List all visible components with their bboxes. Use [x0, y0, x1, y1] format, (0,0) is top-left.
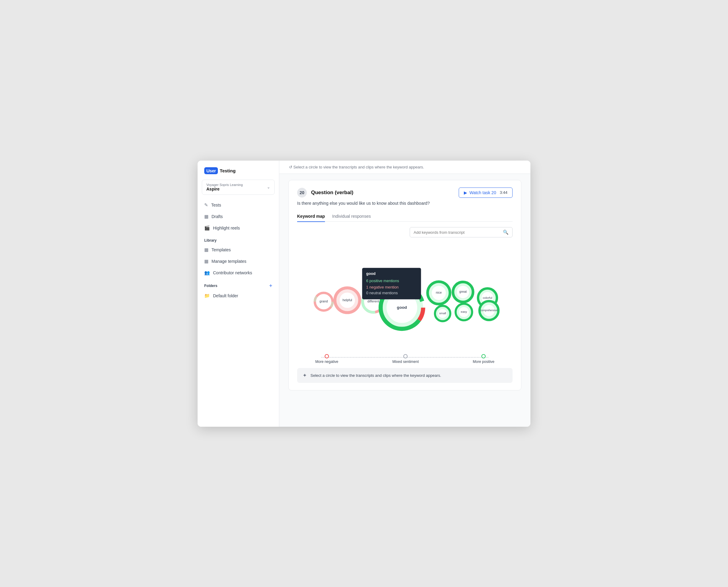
question-type: Question (verbal)	[311, 190, 354, 196]
svg-text:nice: nice	[436, 291, 442, 294]
bubble-svg: grand helpful	[297, 243, 513, 352]
sidebar-item-manage-templates[interactable]: ▦ Manage templates	[201, 256, 276, 267]
main-scroll-area: ↺ Select a circle to view the transcript…	[279, 161, 530, 427]
svg-text:grand: grand	[320, 299, 328, 303]
svg-text:colorful: colorful	[483, 296, 492, 299]
tooltip-good: good 6 positive mentions 1 negative ment…	[362, 268, 421, 300]
positive-dot	[481, 354, 486, 358]
bubble-small[interactable]: small	[435, 306, 450, 321]
info-bar-text: Select a circle to view the transcripts …	[311, 373, 441, 378]
logo-user-text: User	[206, 168, 216, 173]
sidebar-item-highlight-reels[interactable]: 🎬 Highlight reels	[201, 222, 276, 233]
keyword-search-box[interactable]: 🔍	[410, 227, 513, 237]
sentiment-positive: More positive	[473, 354, 494, 364]
folder-icon: 📁	[204, 293, 210, 299]
workspace-name: Aspire	[206, 187, 243, 191]
bubble-easy[interactable]: easy	[456, 304, 472, 320]
sentiment-negative: More negative	[315, 354, 338, 364]
svg-text:great: great	[459, 290, 467, 294]
keyword-search-input[interactable]	[414, 230, 500, 235]
sidebar-item-label: Templates	[211, 248, 231, 252]
svg-text:comprehensive: comprehensive	[480, 309, 498, 312]
main-content: ↺ Select a circle to view the transcript…	[279, 161, 530, 427]
sidebar-navigation: ✎ Tests ▦ Drafts 🎬 Highlight reels Libra…	[198, 199, 279, 427]
keyword-map-visualization: grand helpful	[297, 243, 513, 352]
tab-keyword-map[interactable]: Keyword map	[297, 211, 325, 222]
templates-icon: ▦	[204, 247, 208, 253]
bubble-comprehensive[interactable]: comprehensive	[480, 301, 498, 320]
sidebar-item-label: Drafts	[211, 214, 223, 219]
tooltip-title: good	[366, 271, 417, 277]
add-folder-button[interactable]: +	[269, 283, 272, 288]
tooltip-neutral: 0 neutral mentions	[366, 290, 417, 296]
mixed-label: Mixed sentiment	[392, 359, 419, 364]
question-section: 20 Question (verbal) ▶ Watch task 20 3:4…	[288, 180, 521, 391]
keyword-controls: 🔍	[297, 227, 513, 237]
watch-time: 3:44	[500, 190, 507, 195]
workspace-selector[interactable]: Voyager Sopris Learning Aspire ⌄	[202, 180, 275, 195]
svg-text:small: small	[439, 311, 446, 315]
watch-task-button[interactable]: ▶ Watch task 20 3:44	[459, 188, 513, 198]
sidebar-item-label: Contributor networks	[213, 271, 252, 275]
drafts-icon: ▦	[204, 214, 208, 219]
mixed-dot	[403, 354, 408, 358]
workspace-info: Voyager Sopris Learning Aspire	[206, 183, 243, 191]
bubble-grand[interactable]: grand	[315, 293, 333, 311]
logo-user-box: User	[204, 167, 218, 174]
sidebar-item-drafts[interactable]: ▦ Drafts	[201, 211, 276, 222]
svg-text:good: good	[397, 305, 407, 310]
svg-text:easy: easy	[461, 310, 467, 313]
workspace-company: Voyager Sopris Learning	[206, 183, 243, 187]
logo-area: User Testing	[198, 161, 279, 180]
sidebar-item-label: Tests	[211, 203, 221, 208]
question-title-area: 20 Question (verbal)	[297, 188, 354, 197]
info-icon: ✦	[302, 372, 307, 379]
folders-label: Folders	[204, 284, 217, 288]
info-bar: ✦ Select a circle to view the transcript…	[297, 368, 513, 383]
chevron-down-icon: ⌄	[267, 185, 270, 189]
negative-label: More negative	[315, 359, 338, 364]
question-header: 20 Question (verbal) ▶ Watch task 20 3:4…	[297, 188, 513, 198]
bubble-helpful[interactable]: helpful	[335, 288, 360, 313]
sidebar: User Testing Voyager Sopris Learning Asp…	[198, 161, 279, 427]
logo-testing-text: Testing	[220, 168, 235, 173]
sidebar-item-templates[interactable]: ▦ Templates	[201, 244, 276, 255]
top-hint-bar: ↺ Select a circle to view the transcript…	[279, 161, 530, 174]
sidebar-item-default-folder[interactable]: 📁 Default folder	[201, 290, 276, 301]
manage-templates-icon: ▦	[204, 259, 208, 264]
app-window: User Testing Voyager Sopris Learning Asp…	[198, 161, 530, 427]
highlight-reels-icon: 🎬	[204, 225, 210, 231]
tooltip-negative: 1 negative mention	[366, 284, 417, 290]
sidebar-item-label: Manage templates	[211, 259, 246, 264]
folders-section: Folders +	[201, 279, 276, 290]
top-hint-text: ↺ Select a circle to view the transcript…	[289, 165, 424, 169]
question-number: 20	[297, 188, 307, 197]
library-section-label: Library	[201, 234, 276, 244]
sidebar-item-label: Highlight reels	[213, 226, 240, 231]
sentiment-mixed: Mixed sentiment	[392, 354, 419, 364]
sentiment-legend: More negative Mixed sentiment More posit…	[297, 354, 513, 364]
sidebar-item-tests[interactable]: ✎ Tests	[201, 199, 276, 210]
sidebar-item-contributor-networks[interactable]: 👥 Contributor networks	[201, 267, 276, 278]
tooltip-positive: 6 positive mentions	[366, 278, 417, 284]
tab-individual-responses[interactable]: Individual responses	[332, 211, 371, 222]
negative-dot	[325, 354, 329, 358]
svg-text:helpful: helpful	[342, 298, 352, 302]
sidebar-item-label: Default folder	[213, 294, 238, 298]
positive-label: More positive	[473, 359, 494, 364]
question-text: Is there anything else you would like us…	[297, 201, 513, 206]
search-icon[interactable]: 🔍	[503, 230, 509, 235]
tests-icon: ✎	[204, 202, 208, 208]
watch-label: Watch task 20	[470, 190, 496, 195]
contributor-networks-icon: 👥	[204, 270, 210, 276]
play-icon: ▶	[464, 190, 467, 195]
bubble-nice[interactable]: nice	[428, 282, 450, 304]
bubble-great[interactable]: great	[453, 282, 473, 302]
tabs-bar: Keyword map Individual responses	[297, 211, 513, 222]
